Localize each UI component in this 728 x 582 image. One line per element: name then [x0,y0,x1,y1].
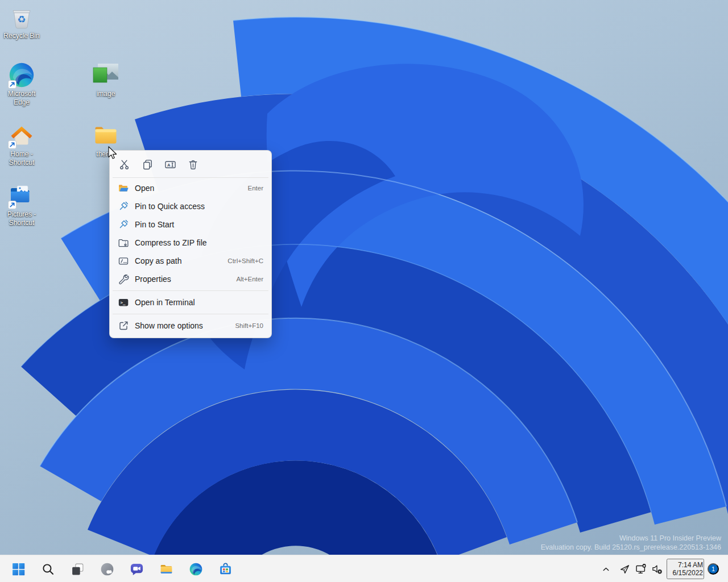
clock[interactable]: 7:14 AM 6/15/2022 [667,559,704,579]
tray-chevron-button[interactable] [598,561,614,577]
chevron-up-icon [601,564,611,574]
menu-item-label: Compress to ZIP file [135,238,263,247]
taskbar: 7:14 AM 6/15/2022 1 [0,555,728,582]
tray-date: 6/15/2022 [673,569,703,577]
menu-item-open[interactable]: Open Enter [110,179,271,197]
desktop-icon-image[interactable]: image [84,61,127,98]
edge-icon [189,562,203,576]
evaluation-watermark: Windows 11 Pro Insider Preview Evaluatio… [541,534,721,552]
search-button[interactable] [36,558,59,580]
folder-icon [92,122,119,149]
show-more-options-icon [118,320,129,331]
desktop-icon-label: Recycle Bin [0,32,43,40]
desktop-icon-label: Microsoft Edge [0,90,43,107]
rename-icon: A [164,159,176,171]
desktop-icon-recycle-bin[interactable]: ♻ Recycle Bin [0,3,43,40]
context-menu: A Open Enter Pin to Quick access Pin to … [109,150,272,338]
terminal-icon: >_ [118,297,129,308]
copy-button[interactable] [139,157,155,173]
wrench-icon [118,273,129,285]
shortcut-arrow-icon [8,140,16,149]
shortcut-arrow-icon [8,80,16,89]
microsoft-store-button[interactable] [214,558,237,580]
menu-separator [113,314,268,314]
menu-item-copy-as-path[interactable]: Copy as path Ctrl+Shift+C [110,252,271,270]
edge-taskbar-button[interactable] [184,558,207,580]
notification-badge[interactable]: 1 [708,563,719,575]
zip-folder-icon [118,237,129,248]
rename-button[interactable]: A [162,157,178,173]
search-icon [41,562,55,576]
watermark-line1: Windows 11 Pro Insider Preview [541,534,721,543]
menu-item-label: Open in Terminal [135,298,263,307]
quick-actions-row: A [110,153,271,176]
task-view-icon [71,562,85,576]
desktop-icon-label: image [84,90,127,98]
menu-separator [113,177,268,178]
desktop-icon-label: Pictures - Shortcut [0,210,43,227]
copy-path-icon [118,255,129,267]
location-indicator-icon[interactable] [618,562,631,576]
svg-text:>_: >_ [121,300,126,305]
network-icon[interactable] [634,562,648,576]
cut-button[interactable] [117,157,133,173]
delete-button[interactable] [185,157,201,173]
menu-item-open-in-terminal[interactable]: >_ Open in Terminal [110,293,271,311]
desktop-icon-microsoft-edge[interactable]: Microsoft Edge [0,61,43,107]
pin-icon [118,201,129,212]
menu-item-shortcut: Enter [248,185,264,192]
menu-item-compress-to-zip[interactable]: Compress to ZIP file [110,234,271,252]
start-button[interactable] [7,558,30,580]
microsoft-store-icon [218,562,233,576]
windows-logo-icon [11,562,26,576]
edge-icon [8,61,35,89]
volume-muted-icon[interactable] [650,562,664,576]
menu-item-label: Show more options [135,321,235,330]
recycle-bin-icon: ♻ [8,3,35,31]
folder-open-icon [118,182,129,194]
menu-separator [113,290,268,291]
image-thumbnail-icon [92,61,119,89]
menu-item-label: Pin to Start [135,220,263,229]
trash-icon [187,159,199,171]
shortcut-arrow-icon [8,201,16,209]
pin-icon [118,219,129,230]
menu-item-label: Open [135,184,248,193]
chat-button[interactable] [125,558,148,580]
chat-icon [130,562,144,576]
widgets-weather-icon [100,562,114,576]
file-explorer-icon [159,562,173,576]
scissors-icon [119,159,131,171]
home-icon [8,122,35,149]
desktop-icon-pictures-shortcut[interactable]: Pictures - Shortcut [0,182,43,227]
widgets-button[interactable] [96,558,118,580]
notification-count: 1 [712,566,715,572]
svg-text:A: A [167,163,170,168]
desktop-icon-label: Home - Shortcut [0,150,43,167]
menu-item-shortcut: Shift+F10 [235,322,263,329]
menu-item-label: Copy as path [135,256,228,265]
menu-item-shortcut: Ctrl+Shift+C [228,257,263,264]
menu-item-show-more-options[interactable]: Show more options Shift+F10 [110,317,271,335]
desktop-icon-home-shortcut[interactable]: Home - Shortcut [0,122,43,167]
tray-time: 7:14 AM [678,561,703,569]
copy-icon [142,159,154,171]
file-explorer-button[interactable] [155,558,177,580]
menu-item-pin-to-quick-access[interactable]: Pin to Quick access [110,197,271,215]
menu-item-pin-to-start[interactable]: Pin to Start [110,215,271,234]
menu-item-label: Pin to Quick access [135,202,263,211]
task-view-button[interactable] [66,558,89,580]
pictures-folder-icon [8,182,35,209]
svg-text:♻: ♻ [17,14,26,25]
watermark-line2: Evaluation copy. Build 25120.rs_prerelea… [541,543,721,552]
menu-item-properties[interactable]: Properties Alt+Enter [110,270,271,288]
menu-item-label: Properties [135,275,236,284]
menu-item-shortcut: Alt+Enter [236,276,263,282]
